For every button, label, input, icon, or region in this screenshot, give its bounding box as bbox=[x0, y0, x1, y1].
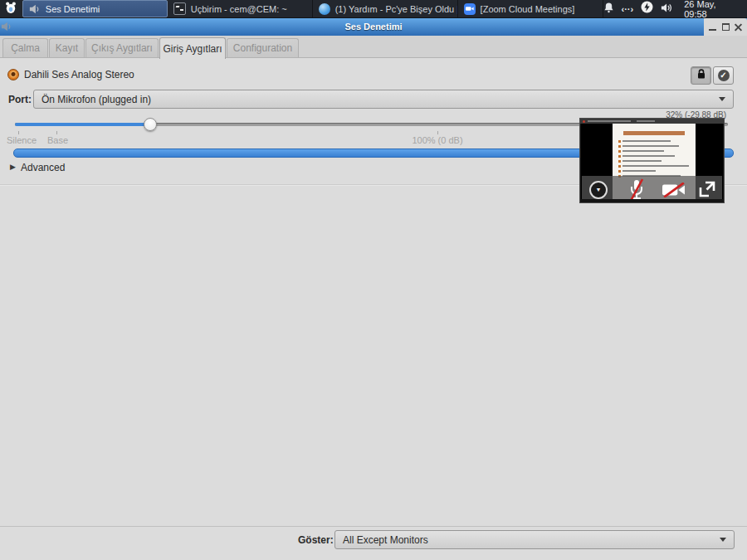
zoom-control-bar: ▼ bbox=[582, 176, 722, 199]
window-titlebar[interactable]: Ses Denetimi bbox=[0, 18, 747, 36]
tab-bar: Çalma Kayıt Çıkış Aygıtları Giriş Aygıtl… bbox=[0, 36, 747, 58]
tab-input-devices[interactable]: Giriş Aygıtları bbox=[159, 37, 226, 59]
clock[interactable]: 26 May, 09:58 bbox=[681, 0, 740, 19]
taskbar-item-label: Uçbirim - cem@CEM: ~ bbox=[191, 4, 287, 14]
network-icon[interactable]: ‹··› bbox=[622, 4, 634, 14]
taskbar-item-browser[interactable]: (1) Yardım - Pc'ye Bişey Oldu | S... bbox=[313, 0, 458, 17]
desktop: Ses Denetimi Uçbirim - cem@CEM: ~ (1) Ya… bbox=[0, 0, 747, 560]
port-dropdown[interactable]: Ön Mikrofon (plugged in) bbox=[33, 90, 734, 109]
check-icon: ✓ bbox=[718, 70, 730, 81]
lock-icon bbox=[696, 68, 706, 83]
tick-base-mark bbox=[56, 131, 57, 134]
tick-silence-mark bbox=[18, 131, 19, 134]
taskbar-item-label: [Zoom Cloud Meetings] bbox=[481, 4, 575, 14]
record-dot-icon bbox=[583, 120, 585, 123]
tab-configuration[interactable]: Configuration bbox=[227, 38, 299, 57]
tab-recording[interactable]: Kayıt bbox=[49, 38, 85, 57]
xfce-mouse-icon bbox=[4, 1, 17, 17]
device-name: Dahili Ses Analog Stereo bbox=[24, 69, 134, 80]
show-label: Göster: bbox=[298, 534, 334, 546]
chevron-down-icon: ▼ bbox=[596, 187, 602, 192]
window-controls bbox=[704, 18, 747, 36]
tick-base-label: Base bbox=[47, 135, 68, 145]
expander-triangle-icon: ▶ bbox=[10, 163, 16, 171]
advanced-expander[interactable]: Advanced bbox=[21, 162, 65, 173]
port-value: Ön Mikrofon (plugged in) bbox=[42, 94, 151, 105]
titlebar-text-smudge bbox=[637, 120, 655, 122]
tab-playback[interactable]: Çalma bbox=[2, 38, 48, 57]
chevron-down-icon bbox=[719, 97, 725, 101]
minimize-button[interactable] bbox=[708, 22, 717, 32]
chevron-down-icon bbox=[720, 538, 726, 542]
maximize-button[interactable] bbox=[721, 22, 730, 32]
taskbar-item-label: Ses Denetimi bbox=[46, 4, 100, 14]
window-title: Ses Denetimi bbox=[0, 22, 747, 32]
taskbar-item-terminal[interactable]: Uçbirim - cem@CEM: ~ bbox=[168, 0, 313, 17]
tab-output-devices[interactable]: Çıkış Aygıtları bbox=[85, 38, 159, 57]
zoom-options-button[interactable]: ▼ bbox=[589, 181, 608, 199]
applications-menu-button[interactable] bbox=[0, 0, 22, 17]
taskbar-item-ses-denetimi[interactable]: Ses Denetimi bbox=[22, 0, 168, 17]
titlebar-text-smudge bbox=[588, 120, 631, 122]
shared-screen-video: ▼ bbox=[581, 124, 723, 199]
tick-100-mark bbox=[437, 131, 438, 134]
audio-card-icon bbox=[7, 69, 19, 80]
close-button[interactable] bbox=[734, 22, 743, 32]
slide-title-line bbox=[623, 131, 685, 135]
terminal-icon bbox=[173, 2, 186, 15]
show-value: All Except Monitors bbox=[343, 534, 428, 546]
browser-icon bbox=[319, 3, 330, 15]
camera-muted-icon[interactable] bbox=[662, 183, 686, 199]
notification-bell-icon[interactable] bbox=[603, 2, 614, 17]
system-tray: ‹··› 26 May, 09:58 bbox=[603, 0, 747, 17]
show-dropdown[interactable]: All Except Monitors bbox=[334, 530, 735, 549]
port-label: Port: bbox=[8, 94, 32, 105]
volume-slider-fill bbox=[15, 123, 150, 126]
volume-icon[interactable] bbox=[661, 2, 673, 17]
speaker-icon bbox=[29, 3, 41, 15]
volume-slider-handle[interactable] bbox=[144, 118, 157, 131]
zoom-camera-icon bbox=[464, 3, 476, 15]
top-panel: Ses Denetimi Uçbirim - cem@CEM: ~ (1) Ya… bbox=[0, 0, 747, 18]
zoom-meeting-overlay[interactable]: ▼ bbox=[579, 118, 725, 203]
power-manager-icon[interactable] bbox=[641, 1, 653, 17]
lock-channels-button[interactable] bbox=[691, 66, 711, 85]
expand-fullscreen-icon[interactable] bbox=[698, 180, 716, 199]
microphone-muted-icon[interactable] bbox=[627, 178, 646, 199]
taskbar-item-label: (1) Yardım - Pc'ye Bişey Oldu | S... bbox=[335, 4, 458, 14]
taskbar-item-zoom[interactable]: [Zoom Cloud Meetings] bbox=[458, 0, 603, 17]
set-fallback-button[interactable]: ✓ bbox=[713, 66, 734, 85]
footer-separator bbox=[0, 526, 747, 527]
tick-silence-label: Silence bbox=[7, 135, 37, 145]
tick-100-label: 100% (0 dB) bbox=[390, 135, 485, 145]
